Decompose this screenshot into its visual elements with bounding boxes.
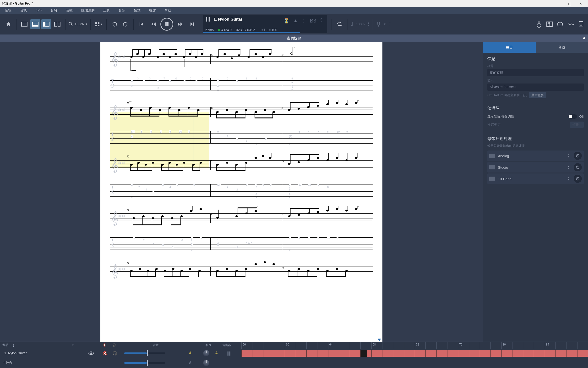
bar-cell[interactable] <box>458 350 469 357</box>
show-more-button[interactable]: 显示更多 <box>529 92 546 98</box>
fx-name[interactable]: Studio <box>498 165 563 169</box>
menu-preview[interactable]: 预览 <box>130 8 145 13</box>
beat-segment[interactable] <box>317 342 328 349</box>
menu-music[interactable]: 音乐 <box>114 8 130 13</box>
menu-effects[interactable]: 音效 <box>62 8 77 13</box>
menu-window[interactable]: 视窗 <box>145 8 160 13</box>
bar-cell[interactable] <box>577 350 588 357</box>
menu-tools[interactable]: 工具 <box>99 8 114 13</box>
metronome-icon[interactable]: ⏳ <box>283 18 290 24</box>
home-button[interactable] <box>3 19 13 29</box>
redo-button[interactable] <box>121 19 131 29</box>
view-multi-button[interactable] <box>52 19 62 29</box>
tempo-up-button[interactable]: ▲ <box>367 22 370 24</box>
bar-cell[interactable] <box>534 350 544 357</box>
zoom-dropdown-icon[interactable]: ▼ <box>85 23 88 25</box>
mute-icon[interactable]: 🔇 <box>103 343 106 347</box>
beat-segment[interactable] <box>339 342 350 349</box>
visibility-icon[interactable] <box>88 351 94 355</box>
pitch-down-button[interactable]: − <box>389 24 391 27</box>
menu-section[interactable]: 区域注解 <box>77 8 99 13</box>
playback-progress[interactable] <box>203 32 300 33</box>
bar-cell[interactable] <box>296 350 307 357</box>
mixer-options-icon[interactable]: ⋮ <box>12 343 15 347</box>
design-mode-button[interactable]: ▼ <box>93 19 104 29</box>
beat-segment[interactable] <box>404 342 415 349</box>
track-solo-button[interactable]: 🎧 <box>112 351 117 356</box>
score-viewport[interactable]: 𝄞 ♯♯♯♯ <box>0 42 483 342</box>
beat-segment[interactable] <box>480 342 491 349</box>
beat-segment[interactable] <box>350 342 360 349</box>
tab-song[interactable]: 曲目 <box>483 42 536 53</box>
tempo-down-button[interactable]: ▼ <box>367 24 370 27</box>
menu-help[interactable]: 帮助 <box>160 8 176 13</box>
track-row-nylon[interactable]: 1. Nylon Guitar 🔇 🎧 A A ||||| <box>0 348 588 358</box>
fx-name[interactable]: Analog <box>498 154 563 158</box>
loop-button[interactable] <box>335 19 345 29</box>
go-end-button[interactable] <box>187 19 197 29</box>
beat-segment[interactable]: 68 <box>371 342 382 349</box>
sound-panel-button[interactable] <box>566 19 576 29</box>
pan-knob[interactable] <box>203 350 209 356</box>
bar-cell[interactable] <box>371 350 382 357</box>
solo-icon[interactable]: 🎧 <box>112 343 116 347</box>
bar-cell[interactable] <box>382 350 393 357</box>
beat-segment[interactable] <box>491 342 501 349</box>
beat-segment[interactable]: 76 <box>458 342 469 349</box>
tuning-fork-icon[interactable] <box>376 21 381 27</box>
guitar-panel-button[interactable] <box>534 19 544 29</box>
countdown-icon[interactable]: ▲ <box>293 18 298 23</box>
title-field[interactable]: 夜的旋律 <box>487 69 584 76</box>
beat-segment[interactable] <box>469 342 480 349</box>
beat-segment[interactable] <box>447 342 458 349</box>
bar-cell[interactable] <box>469 350 480 357</box>
bar-track[interactable] <box>241 348 588 359</box>
beat-segment[interactable] <box>360 342 371 349</box>
beat-segment[interactable] <box>437 342 447 349</box>
beat-segment[interactable] <box>425 342 436 349</box>
beat-segment[interactable] <box>577 342 588 349</box>
fx-power-button[interactable] <box>574 163 582 171</box>
half-note-icon[interactable]: ♩ <box>351 21 353 28</box>
track-mute-button[interactable]: 🔇 <box>103 351 107 356</box>
menu-track[interactable]: 音轨 <box>16 8 31 13</box>
beat-segment[interactable]: 60 <box>285 342 295 349</box>
pitch-up-button[interactable]: + <box>389 22 391 24</box>
bar-cell[interactable] <box>285 350 295 357</box>
piano-panel-button[interactable] <box>544 19 554 29</box>
beat-segment[interactable] <box>274 342 285 349</box>
bar-cell[interactable] <box>501 350 512 357</box>
fx-updown-button[interactable]: ▲▼ <box>566 165 571 170</box>
view-single-button[interactable] <box>19 19 29 29</box>
fx-name[interactable]: 10-Band <box>498 177 563 181</box>
beat-segment[interactable] <box>534 342 544 349</box>
beat-segment[interactable]: 72 <box>415 342 425 349</box>
bar-cell[interactable] <box>555 350 566 357</box>
bar-cell[interactable] <box>404 350 415 357</box>
beat-segment[interactable]: 64 <box>328 342 339 349</box>
beat-segment[interactable]: 84 <box>545 342 555 349</box>
bar-cell[interactable] <box>274 350 285 357</box>
bar-cell[interactable] <box>491 350 501 357</box>
eq-button[interactable]: ||||| <box>227 351 230 356</box>
bar-cell[interactable] <box>447 350 458 357</box>
beat-segment[interactable]: 56 <box>241 342 252 349</box>
artist-field[interactable]: Silvestre Fonseca <box>487 83 584 91</box>
bar-cell[interactable] <box>393 350 404 357</box>
beat-segment[interactable] <box>296 342 307 349</box>
bar-cell[interactable] <box>512 350 523 357</box>
menu-bar-item[interactable]: 小节 <box>31 8 46 13</box>
beat-segment[interactable] <box>307 342 317 349</box>
beat-segment[interactable] <box>252 342 263 349</box>
menu-edit[interactable]: 编辑 <box>0 8 16 13</box>
bar-cell[interactable] <box>523 350 534 357</box>
beat-segment[interactable] <box>382 342 393 349</box>
info-panel-button[interactable] <box>576 19 586 29</box>
fx-updown-button[interactable]: ▲▼ <box>566 176 571 181</box>
tempo-scale[interactable]: 100% <box>356 22 365 26</box>
go-start-button[interactable] <box>136 19 147 29</box>
tab-tracks[interactable]: 音轨 <box>536 42 588 53</box>
beat-segment[interactable]: 80 <box>501 342 512 349</box>
master-volume-slider[interactable] <box>124 362 165 364</box>
bar-cell[interactable] <box>415 350 425 357</box>
